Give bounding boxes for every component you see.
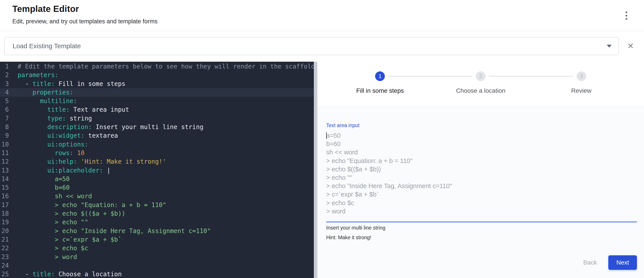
code-line: 24 xyxy=(0,261,314,270)
line-code: > echo $c xyxy=(9,244,88,253)
code-line: 2parameters: xyxy=(0,71,314,79)
close-icon: ✕ xyxy=(627,41,634,50)
load-template-placeholder: Load Existing Template xyxy=(12,42,81,50)
line-number: 9 xyxy=(0,131,9,140)
line-number: 24 xyxy=(0,261,9,270)
code-line: 22 > echo $c xyxy=(0,244,314,253)
step-number-icon: 2 xyxy=(476,71,486,81)
step-number-icon: 3 xyxy=(576,71,586,81)
line-code: parameters: xyxy=(9,71,58,79)
line-code xyxy=(9,261,18,270)
template-select-row: Load Existing Template ✕ xyxy=(0,37,644,55)
kebab-menu-icon xyxy=(626,11,627,13)
line-code: a=50 xyxy=(9,175,70,183)
main-split: 1# Edit the template parameters below to… xyxy=(0,62,644,278)
line-code: properties: xyxy=(9,88,74,97)
page-title: Template Editor xyxy=(12,4,644,14)
field-label: Text area input xyxy=(326,122,637,128)
code-line: 11 rows: 10 xyxy=(0,149,314,157)
page-subtitle: Edit, preview, and try out templates and… xyxy=(12,18,644,25)
line-code: > echo "" xyxy=(9,218,88,227)
line-number: 11 xyxy=(0,149,9,157)
line-number: 8 xyxy=(0,123,9,131)
line-number: 1 xyxy=(0,62,9,71)
field-underline xyxy=(326,222,637,222)
line-code: > c=`expr $a + $b` xyxy=(9,235,122,244)
code-line: 10 ui:options: xyxy=(0,140,314,149)
line-number: 14 xyxy=(0,175,9,183)
form-preview-pane: 1Fill in some steps2Choose a location3Re… xyxy=(317,62,644,278)
form-area: Text area input Insert your multi line s… xyxy=(317,107,644,278)
line-number: 2 xyxy=(0,71,9,79)
line-number: 6 xyxy=(0,105,9,114)
line-code: - title: Choose a location xyxy=(9,270,122,278)
code-line: 9 ui:widget: textarea xyxy=(0,131,314,140)
code-line: 19 > echo "" xyxy=(0,218,314,227)
line-number: 23 xyxy=(0,253,9,261)
code-line: 7 type: string xyxy=(0,114,314,123)
line-number: 17 xyxy=(0,201,9,209)
line-code: multiline: xyxy=(9,97,77,105)
line-code: > echo "Inside Here Tag, Assignment c=11… xyxy=(9,227,211,235)
line-code: > word xyxy=(9,253,77,261)
multiline-textarea[interactable] xyxy=(326,131,637,216)
back-button[interactable]: Back xyxy=(579,256,601,269)
code-line: 15 b=60 xyxy=(0,183,314,192)
line-number: 19 xyxy=(0,218,9,227)
code-line: 3 - title: Fill in some steps xyxy=(0,79,314,88)
line-number: 4 xyxy=(0,88,9,97)
line-number: 10 xyxy=(0,140,9,149)
line-code: - title: Fill in some steps xyxy=(9,79,126,88)
line-number: 20 xyxy=(0,227,9,235)
line-code: > echo $(($a + $b)) xyxy=(9,209,126,218)
line-code: # Edit the template parameters below to … xyxy=(9,62,314,71)
line-code: ui:options: xyxy=(9,140,88,149)
line-code: ui:widget: textarea xyxy=(9,131,118,140)
code-line: 4 properties: xyxy=(0,88,314,97)
line-code: description: Insert your multi line stri… xyxy=(9,123,204,131)
code-line: 5 multiline: xyxy=(0,97,314,105)
step-number-icon: 1 xyxy=(375,71,385,81)
template-editor-page: Template Editor Edit, preview, and try o… xyxy=(0,0,644,278)
field-description: Insert your multi line string xyxy=(326,225,637,231)
stepper-step-1[interactable]: 1Fill in some steps xyxy=(330,71,430,107)
code-line: 21 > c=`expr $a + $b` xyxy=(0,235,314,244)
code-line: 25 - title: Choose a location xyxy=(0,270,314,278)
more-options-button[interactable] xyxy=(622,10,631,21)
code-line: 12 ui:help: 'Hint: Make it strong!' xyxy=(0,157,314,166)
line-code: sh << word xyxy=(9,192,92,201)
line-number: 15 xyxy=(0,183,9,192)
code-line: 6 title: Text area input xyxy=(0,105,314,114)
line-code: type: string xyxy=(9,114,92,123)
line-number: 12 xyxy=(0,157,9,166)
stepper-step-3[interactable]: 3Review xyxy=(531,71,632,107)
line-number: 7 xyxy=(0,114,9,123)
stepper-connector xyxy=(388,76,472,76)
clear-selection-button[interactable]: ✕ xyxy=(624,40,636,52)
line-code: b=60 xyxy=(9,183,70,192)
stepper-step-2[interactable]: 2Choose a location xyxy=(430,71,531,107)
next-button[interactable]: Next xyxy=(608,255,637,270)
editor-scrollbar[interactable] xyxy=(314,62,317,278)
yaml-editor[interactable]: 1# Edit the template parameters below to… xyxy=(0,62,314,278)
line-code: ui:help: 'Hint: Make it strong!' xyxy=(9,157,166,166)
step-label: Review xyxy=(571,87,592,94)
line-number: 22 xyxy=(0,244,9,253)
load-template-select[interactable]: Load Existing Template xyxy=(4,37,619,55)
code-line: 13 ui:placeholder: | xyxy=(0,166,314,175)
code-line: 17 > echo "Equation: a + b = 110" xyxy=(0,201,314,209)
code-line: 16 sh << word xyxy=(0,192,314,201)
code-line: 20 > echo "Inside Here Tag, Assignment c… xyxy=(0,227,314,235)
textarea-wrap xyxy=(326,131,637,216)
line-code: title: Text area input xyxy=(9,105,129,114)
page-header: Template Editor Edit, preview, and try o… xyxy=(0,0,644,31)
code-line: 18 > echo $(($a + $b)) xyxy=(0,209,314,218)
line-number: 3 xyxy=(0,79,9,88)
stepper: 1Fill in some steps2Choose a location3Re… xyxy=(317,62,644,107)
code-line: 1# Edit the template parameters below to… xyxy=(0,62,314,71)
code-line: 14 a=50 xyxy=(0,175,314,183)
line-code: rows: 10 xyxy=(9,149,84,157)
step-label: Fill in some steps xyxy=(356,87,404,94)
editor-lines: 1# Edit the template parameters below to… xyxy=(0,62,314,278)
line-number: 18 xyxy=(0,209,9,218)
